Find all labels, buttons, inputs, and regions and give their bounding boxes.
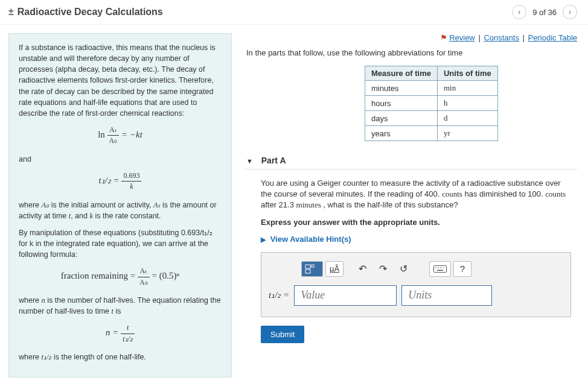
- svg-rect-3: [434, 265, 447, 272]
- expand-icon: ▶: [261, 236, 266, 243]
- svg-point-7: [443, 267, 444, 268]
- view-hints-link[interactable]: ▶ View Available Hint(s): [261, 234, 571, 245]
- keyboard-icon[interactable]: [429, 261, 451, 277]
- page-title: Radioactive Decay Calculations: [18, 7, 510, 17]
- equation-ln: ln AₜA₀ = −kt: [19, 125, 222, 147]
- manipulation-paragraph: By manipulation of these equations (subs…: [19, 227, 222, 260]
- item-counter: 9 of 36: [532, 8, 557, 17]
- periodic-table-link[interactable]: Periodic Table: [528, 33, 577, 42]
- value-input[interactable]: [294, 285, 397, 306]
- svg-point-6: [440, 267, 441, 268]
- question-text: You are using a Geiger counter to measur…: [261, 178, 571, 211]
- abbrev-intro: In the parts that follow, use the follow…: [246, 48, 577, 57]
- units-input[interactable]: [401, 285, 492, 306]
- constants-link[interactable]: Constants: [484, 33, 519, 42]
- template-tool-icon[interactable]: [301, 261, 323, 277]
- info-panel: If a substance is radioactive, this mean…: [8, 33, 232, 378]
- question-panel: ⚑ Review | Constants | Periodic Table In…: [240, 25, 588, 386]
- units-tool[interactable]: µÅ: [325, 261, 344, 277]
- table-header-measure: Measure of time: [365, 66, 438, 81]
- answer-label: t₁/₂ =: [269, 289, 289, 302]
- table-row: daysd: [365, 111, 498, 126]
- svg-rect-8: [437, 270, 443, 271]
- prev-button[interactable]: ‹: [512, 5, 526, 19]
- and-text: and: [19, 154, 222, 165]
- where-paragraph-1: where A₀ is the initial amount or activi…: [19, 200, 222, 221]
- equation-halflife: t₁/₂ = 0.693k: [19, 171, 222, 192]
- svg-rect-2: [305, 270, 310, 273]
- redo-button[interactable]: ↷: [374, 261, 392, 277]
- units-table: Measure of timeUnits of time minutesmin …: [365, 66, 498, 141]
- top-bar: ± Radioactive Decay Calculations ‹ 9 of …: [0, 0, 588, 25]
- svg-point-4: [435, 267, 436, 268]
- part-a-label: Part A: [261, 156, 286, 165]
- plus-minus-icon: ±: [8, 7, 14, 17]
- flag-icon[interactable]: ⚑: [440, 33, 447, 42]
- answer-box: µÅ ↶ ↷ ↺ ? t₁/₂ =: [261, 252, 571, 317]
- next-button[interactable]: ›: [563, 5, 577, 19]
- submit-button[interactable]: Submit: [261, 326, 304, 343]
- svg-rect-0: [305, 265, 310, 268]
- answer-instruction: Express your answer with the appropriate…: [261, 217, 571, 228]
- reset-button[interactable]: ↺: [394, 261, 412, 277]
- equation-fraction: fraction remaining = AₜA₀ = (0.5)ⁿ: [19, 266, 222, 288]
- where-paragraph-3: where t₁/₂ is the length of one half-lif…: [19, 352, 222, 362]
- part-a-header[interactable]: ▼ Part A: [244, 152, 577, 169]
- svg-point-5: [438, 267, 439, 268]
- table-row: hoursh: [365, 96, 498, 111]
- equation-n: n = tt₁/₂: [19, 323, 222, 344]
- undo-button[interactable]: ↶: [353, 261, 371, 277]
- table-row: yearsyr: [365, 126, 498, 141]
- collapse-icon: ▼: [246, 157, 253, 165]
- svg-rect-1: [312, 265, 314, 267]
- top-links: ⚑ Review | Constants | Periodic Table: [244, 33, 577, 42]
- table-header-units: Units of time: [437, 66, 497, 81]
- review-link[interactable]: Review: [449, 33, 475, 42]
- where-paragraph-2: where n is the number of half-lives. The…: [19, 295, 222, 317]
- answer-toolbar: µÅ ↶ ↷ ↺ ?: [301, 261, 563, 277]
- help-button[interactable]: ?: [453, 261, 471, 277]
- intro-paragraph: If a substance is radioactive, this mean…: [19, 42, 222, 119]
- table-row: minutesmin: [365, 81, 498, 96]
